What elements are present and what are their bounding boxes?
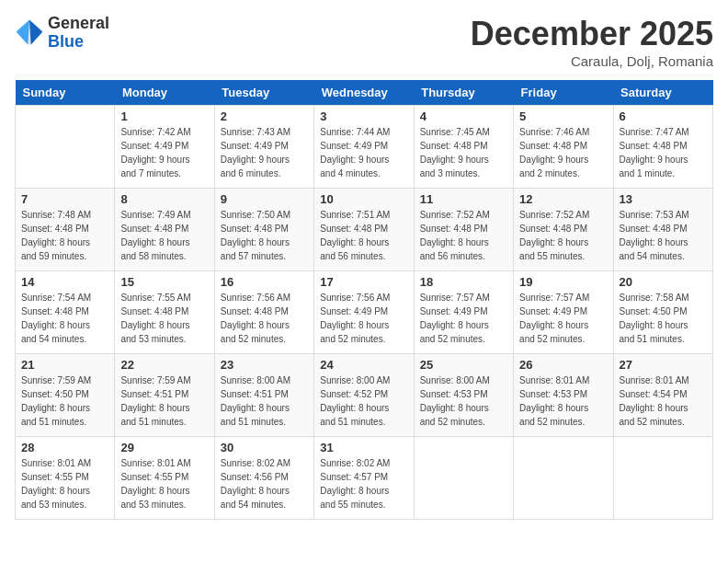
- calendar-cell: 20Sunrise: 7:58 AMSunset: 4:50 PMDayligh…: [613, 271, 712, 354]
- calendar-cell: [613, 437, 712, 520]
- day-info: Sunrise: 8:02 AMSunset: 4:56 PMDaylight:…: [221, 456, 308, 511]
- calendar-cell: 25Sunrise: 8:00 AMSunset: 4:53 PMDayligh…: [414, 354, 513, 437]
- day-info: Sunrise: 7:43 AMSunset: 4:49 PMDaylight:…: [221, 125, 308, 180]
- day-info: Sunrise: 7:57 AMSunset: 4:49 PMDaylight:…: [420, 291, 507, 346]
- day-info: Sunrise: 7:52 AMSunset: 4:48 PMDaylight:…: [420, 208, 507, 263]
- day-info: Sunrise: 7:56 AMSunset: 4:48 PMDaylight:…: [221, 291, 308, 346]
- day-info: Sunrise: 7:55 AMSunset: 4:48 PMDaylight:…: [120, 291, 208, 346]
- day-info: Sunrise: 7:51 AMSunset: 4:48 PMDaylight:…: [320, 208, 407, 263]
- calendar-cell: 27Sunrise: 8:01 AMSunset: 4:54 PMDayligh…: [613, 354, 712, 437]
- calendar-cell: 11Sunrise: 7:52 AMSunset: 4:48 PMDayligh…: [414, 189, 513, 271]
- day-info: Sunrise: 7:57 AMSunset: 4:49 PMDaylight:…: [519, 291, 607, 346]
- day-number: 5: [519, 109, 607, 123]
- logo-icon: [15, 18, 44, 48]
- calendar-cell: 28Sunrise: 8:01 AMSunset: 4:55 PMDayligh…: [16, 437, 115, 520]
- day-info: Sunrise: 7:59 AMSunset: 4:51 PMDaylight:…: [120, 373, 208, 429]
- logo-text: General Blue: [48, 15, 109, 52]
- day-number: 22: [120, 358, 208, 372]
- day-number: 15: [120, 275, 208, 289]
- title-block: December 2025 Caraula, Dolj, Romania: [471, 15, 713, 69]
- calendar-cell: 12Sunrise: 7:52 AMSunset: 4:48 PMDayligh…: [514, 189, 613, 271]
- calendar-cell: 19Sunrise: 7:57 AMSunset: 4:49 PMDayligh…: [514, 271, 613, 354]
- calendar-cell: 3Sunrise: 7:44 AMSunset: 4:49 PMDaylight…: [314, 106, 414, 189]
- day-number: 27: [620, 358, 707, 372]
- day-info: Sunrise: 8:00 AMSunset: 4:52 PMDaylight:…: [320, 373, 407, 429]
- day-info: Sunrise: 7:47 AMSunset: 4:48 PMDaylight:…: [620, 125, 707, 180]
- calendar-cell: 10Sunrise: 7:51 AMSunset: 4:48 PMDayligh…: [314, 189, 414, 271]
- calendar-table: SundayMondayTuesdayWednesdayThursdayFrid…: [15, 80, 713, 520]
- header-saturday: Saturday: [613, 80, 712, 106]
- day-info: Sunrise: 7:49 AMSunset: 4:48 PMDaylight:…: [120, 208, 208, 263]
- day-number: 16: [221, 275, 308, 289]
- day-info: Sunrise: 8:00 AMSunset: 4:53 PMDaylight:…: [420, 373, 507, 429]
- day-info: Sunrise: 7:53 AMSunset: 4:48 PMDaylight:…: [620, 208, 707, 263]
- header-tuesday: Tuesday: [214, 80, 313, 106]
- day-number: 25: [420, 358, 507, 372]
- day-info: Sunrise: 8:01 AMSunset: 4:54 PMDaylight:…: [620, 373, 707, 429]
- day-info: Sunrise: 8:00 AMSunset: 4:51 PMDaylight:…: [221, 373, 308, 429]
- calendar-cell: 7Sunrise: 7:48 AMSunset: 4:48 PMDaylight…: [16, 189, 115, 271]
- page-header: General Blue December 2025 Caraula, Dolj…: [15, 15, 713, 69]
- calendar-cell: 4Sunrise: 7:45 AMSunset: 4:48 PMDaylight…: [414, 106, 513, 189]
- header-wednesday: Wednesday: [314, 80, 414, 106]
- calendar-cell: 13Sunrise: 7:53 AMSunset: 4:48 PMDayligh…: [613, 189, 712, 271]
- day-number: 8: [120, 192, 208, 206]
- logo: General Blue: [15, 15, 109, 52]
- calendar-cell: 6Sunrise: 7:47 AMSunset: 4:48 PMDaylight…: [613, 106, 712, 189]
- header-sunday: Sunday: [16, 80, 115, 106]
- day-info: Sunrise: 8:01 AMSunset: 4:53 PMDaylight:…: [519, 373, 607, 429]
- calendar-cell: 23Sunrise: 8:00 AMSunset: 4:51 PMDayligh…: [214, 354, 313, 437]
- calendar-cell: 5Sunrise: 7:46 AMSunset: 4:48 PMDaylight…: [514, 106, 613, 189]
- calendar-cell: [514, 437, 613, 520]
- calendar-cell: 9Sunrise: 7:50 AMSunset: 4:48 PMDaylight…: [214, 189, 313, 271]
- calendar-cell: [414, 437, 513, 520]
- calendar-cell: 8Sunrise: 7:49 AMSunset: 4:48 PMDaylight…: [115, 189, 214, 271]
- calendar-header-row: SundayMondayTuesdayWednesdayThursdayFrid…: [16, 80, 713, 106]
- day-number: 12: [519, 192, 607, 206]
- day-number: 23: [221, 358, 308, 372]
- logo-blue: Blue: [48, 33, 109, 52]
- svg-marker-1: [29, 19, 42, 44]
- day-info: Sunrise: 7:44 AMSunset: 4:49 PMDaylight:…: [320, 125, 407, 180]
- day-number: 4: [420, 109, 507, 123]
- day-info: Sunrise: 8:02 AMSunset: 4:57 PMDaylight:…: [320, 456, 407, 511]
- day-number: 28: [21, 441, 108, 454]
- svg-marker-2: [17, 19, 29, 44]
- calendar-cell: 31Sunrise: 8:02 AMSunset: 4:57 PMDayligh…: [314, 437, 414, 520]
- day-number: 10: [320, 192, 407, 206]
- calendar-cell: 29Sunrise: 8:01 AMSunset: 4:55 PMDayligh…: [115, 437, 214, 520]
- calendar-cell: 1Sunrise: 7:42 AMSunset: 4:49 PMDaylight…: [115, 106, 214, 189]
- day-info: Sunrise: 7:46 AMSunset: 4:48 PMDaylight:…: [519, 125, 607, 180]
- day-number: 7: [21, 192, 108, 206]
- day-info: Sunrise: 7:45 AMSunset: 4:48 PMDaylight:…: [420, 125, 507, 180]
- calendar-week-2: 7Sunrise: 7:48 AMSunset: 4:48 PMDaylight…: [16, 189, 713, 271]
- calendar-cell: [16, 106, 115, 189]
- calendar-cell: 21Sunrise: 7:59 AMSunset: 4:50 PMDayligh…: [16, 354, 115, 437]
- day-number: 26: [519, 358, 607, 372]
- day-number: 14: [21, 275, 108, 289]
- calendar-cell: 24Sunrise: 8:00 AMSunset: 4:52 PMDayligh…: [314, 354, 414, 437]
- day-info: Sunrise: 8:01 AMSunset: 4:55 PMDaylight:…: [21, 456, 108, 511]
- day-info: Sunrise: 7:42 AMSunset: 4:49 PMDaylight:…: [120, 125, 208, 180]
- day-number: 20: [620, 275, 707, 289]
- calendar-cell: 30Sunrise: 8:02 AMSunset: 4:56 PMDayligh…: [214, 437, 313, 520]
- calendar-cell: 16Sunrise: 7:56 AMSunset: 4:48 PMDayligh…: [214, 271, 313, 354]
- day-number: 1: [120, 109, 208, 123]
- day-number: 3: [320, 109, 407, 123]
- day-number: 21: [21, 358, 108, 372]
- day-info: Sunrise: 7:54 AMSunset: 4:48 PMDaylight:…: [21, 291, 108, 346]
- day-number: 24: [320, 358, 407, 372]
- day-number: 29: [120, 441, 208, 454]
- day-info: Sunrise: 7:52 AMSunset: 4:48 PMDaylight:…: [519, 208, 607, 263]
- day-info: Sunrise: 7:59 AMSunset: 4:50 PMDaylight:…: [21, 373, 108, 429]
- calendar-week-4: 21Sunrise: 7:59 AMSunset: 4:50 PMDayligh…: [16, 354, 713, 437]
- calendar-cell: 26Sunrise: 8:01 AMSunset: 4:53 PMDayligh…: [514, 354, 613, 437]
- calendar-cell: 18Sunrise: 7:57 AMSunset: 4:49 PMDayligh…: [414, 271, 513, 354]
- day-info: Sunrise: 7:48 AMSunset: 4:48 PMDaylight:…: [21, 208, 108, 263]
- month-title: December 2025: [471, 15, 713, 53]
- day-number: 31: [320, 441, 407, 454]
- calendar-cell: 2Sunrise: 7:43 AMSunset: 4:49 PMDaylight…: [214, 106, 313, 189]
- header-thursday: Thursday: [414, 80, 513, 106]
- day-number: 18: [420, 275, 507, 289]
- calendar-cell: 14Sunrise: 7:54 AMSunset: 4:48 PMDayligh…: [16, 271, 115, 354]
